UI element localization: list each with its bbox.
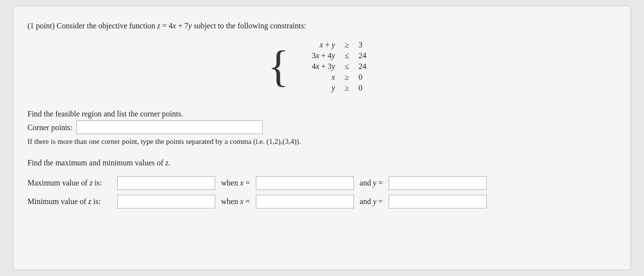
max-and-y-label: and y = (360, 179, 383, 187)
constraint-rhs-5: 0 (359, 84, 372, 92)
problem-z: z = 4x + 7y (157, 22, 194, 30)
constraint-op-2: ≤ (340, 51, 354, 60)
feasible-section: Find the feasible region and list the co… (27, 107, 613, 147)
problem-card: (1 point) Consider the objective functio… (13, 6, 631, 270)
min-value-input[interactable] (117, 195, 215, 208)
constraint-rhs-4: 0 (359, 73, 372, 82)
min-x-input[interactable] (256, 195, 354, 208)
hint-text: If there is more than one corner point, … (27, 136, 613, 147)
min-label: Minimum value of z is: (27, 197, 113, 206)
max-value-input[interactable] (117, 176, 215, 190)
constraint-op-5: ≥ (340, 84, 354, 92)
constraints-table: x + y ≥ 3 3x + 4y ≤ 24 4x + 3y ≤ 24 x ≥ … (296, 41, 372, 92)
corner-points-label: Corner points: (27, 121, 73, 134)
max-y-input[interactable] (389, 176, 487, 190)
constraint-op-4: ≥ (340, 73, 354, 82)
max-label: Maximum value of z is: (27, 179, 113, 187)
maximum-row: Maximum value of z is: when x = and y = (27, 176, 613, 190)
problem-subject: subject to the following constraints: (194, 22, 306, 30)
max-min-section: Find the maximum and minimum values of z… (27, 156, 613, 208)
constraint-rhs-1: 3 (359, 41, 372, 49)
max-min-instruction-text: Find the maximum and minimum values of z… (27, 159, 171, 167)
min-and-y-label: and y = (360, 197, 383, 206)
constraint-lhs-2: 3x + 4y (296, 51, 335, 60)
min-y-input[interactable] (389, 195, 487, 208)
constraint-rhs-2: 24 (359, 51, 372, 60)
max-min-instruction: Find the maximum and minimum values of z… (27, 156, 613, 169)
constraint-lhs-5: y (296, 84, 335, 92)
constraint-lhs-4: x (296, 73, 335, 82)
corner-points-row: Corner points: (27, 120, 613, 134)
corner-points-input[interactable] (76, 120, 263, 134)
constraint-lhs-3: 4x + 3y (296, 62, 335, 71)
constraint-op-3: ≤ (340, 62, 354, 71)
min-when-x-label: when x = (221, 197, 250, 206)
constraint-rhs-3: 24 (359, 62, 372, 71)
feasible-instruction: Find the feasible region and list the co… (27, 107, 613, 120)
max-x-input[interactable] (256, 176, 354, 190)
left-brace: { (268, 45, 289, 89)
problem-intro: (1 point) Consider the objective functio… (27, 22, 155, 30)
constraint-lhs-1: x + y (296, 41, 335, 49)
minimum-row: Minimum value of z is: when x = and y = (27, 195, 613, 208)
max-when-x-label: when x = (221, 179, 250, 187)
problem-statement: (1 point) Consider the objective functio… (27, 20, 613, 32)
constraint-op-1: ≥ (340, 41, 354, 49)
constraint-system: { x + y ≥ 3 3x + 4y ≤ 24 4x + 3y ≤ 24 x … (27, 41, 613, 92)
